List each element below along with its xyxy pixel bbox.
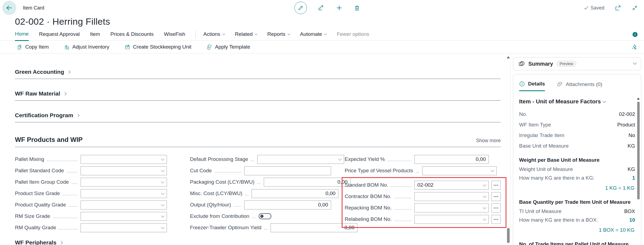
fact-row-kg-per-kg: How many KG are there in a KG: 1	[519, 175, 635, 181]
scrollbar-thumb[interactable]	[637, 102, 640, 199]
chevron-down-icon	[161, 191, 164, 195]
tab-home[interactable]: Home	[15, 31, 29, 41]
summary-card[interactable]: Summary Preview	[513, 57, 641, 70]
delete-button[interactable]	[354, 5, 360, 11]
chevron-down-icon	[161, 157, 164, 161]
output-qty-hour-input[interactable]: 0,00	[244, 201, 331, 209]
field-label: RM Quality Grade	[15, 225, 56, 231]
page-title: 02-002 · Herring Fillets	[15, 16, 110, 27]
pallet-standard-code-select[interactable]	[81, 166, 167, 175]
cut-code-input[interactable]	[244, 166, 331, 175]
field-label: Exclude from Contribution	[190, 213, 249, 219]
fewer-options-link[interactable]: Fewer options	[337, 31, 369, 40]
copy-icon	[17, 44, 23, 50]
exclude-from-contribution-toggle[interactable]	[259, 213, 271, 219]
tab-request-approval[interactable]: Request Approval	[39, 31, 80, 40]
window-controls: Saved	[583, 5, 638, 11]
tab-prices-discounts[interactable]: Prices & Discounts	[110, 31, 154, 40]
field-label: Expected Yield %	[345, 156, 385, 162]
relabeling-bom-no-assist-button[interactable]: ...	[491, 215, 501, 224]
field-repacking-bom-no: Repacking BOM No. ...	[345, 202, 501, 214]
repacking-bom-no-select[interactable]	[414, 203, 489, 212]
copilot-icon	[518, 60, 525, 67]
rm-size-grade-select[interactable]	[81, 212, 167, 221]
menu-automate[interactable]: Automate	[300, 31, 326, 40]
title-row: 02-002 · Herring Fillets	[0, 16, 644, 28]
menu-automate-label: Automate	[300, 31, 322, 37]
back-button[interactable]	[2, 1, 16, 15]
share-button[interactable]	[318, 4, 325, 11]
relabeling-bom-no-select[interactable]	[414, 215, 489, 224]
chevron-down-icon	[161, 203, 164, 206]
wf-products-wip-title: WF Products and WIP	[15, 136, 83, 144]
pallet-mixing-select[interactable]	[81, 155, 167, 164]
trash-icon	[354, 5, 360, 11]
page-caption: Item Card	[23, 5, 44, 11]
scroll-up-arrow[interactable]	[637, 98, 640, 100]
section-certification-program-title: Certification Program	[15, 112, 73, 119]
product-size-grade-select[interactable]	[81, 189, 167, 198]
misc-cost-input[interactable]: 0,00	[252, 189, 338, 198]
pallet-item-group-code-select[interactable]	[81, 178, 167, 187]
field-label: Output (Qty/Hour)	[190, 202, 231, 208]
section-wf-raw-material[interactable]: WF Raw Material	[15, 90, 501, 101]
open-in-new-window-button[interactable]	[615, 5, 621, 11]
section-green-accounting[interactable]: Green Accounting	[15, 69, 501, 79]
fact-group-trade-item-title: Base Quantity per Trade Item Unit of Mea…	[519, 199, 635, 205]
product-quality-grade-select[interactable]	[81, 201, 167, 209]
main-scrollbar[interactable]	[506, 53, 510, 244]
menu-actions-label: Actions	[203, 31, 220, 37]
standard-bom-no-assist-button[interactable]: ...	[491, 181, 501, 190]
default-processing-stage-select[interactable]	[257, 155, 344, 164]
create-stockkeeping-unit-button[interactable]: Create Stockkeeping Unit	[125, 44, 191, 50]
chevron-down-icon	[222, 33, 225, 35]
menu-actions[interactable]: Actions	[203, 31, 224, 40]
section-wf-peripherals[interactable]: WF Peripherals	[15, 239, 501, 245]
form-column-3: Expected Yield % 0,00 Price Type of Vess…	[345, 154, 501, 233]
scrollbar-thumb[interactable]	[507, 228, 510, 243]
tab-details[interactable]: Details	[519, 81, 545, 91]
collapse-view-button[interactable]	[632, 5, 638, 11]
select-value: 02-002	[417, 182, 433, 188]
dotted-leader	[67, 169, 77, 173]
repacking-bom-no-assist-button[interactable]: ...	[491, 203, 501, 212]
adjust-inventory-button[interactable]: Adjust Inventory	[64, 44, 109, 50]
standard-bom-no-select[interactable]: 02-002	[414, 181, 489, 190]
edit-button[interactable]	[294, 2, 307, 14]
rm-quality-grade-select[interactable]	[81, 223, 167, 232]
stockkeeping-icon	[125, 44, 130, 50]
plus-icon	[336, 4, 343, 11]
section-wf-products-and-wip: WF Products and WIP Show more	[15, 136, 501, 147]
dotted-leader	[214, 169, 241, 173]
copy-item-button[interactable]: Copy Item	[17, 44, 49, 50]
details-card: Details Attachments (0) Item - Unit of M…	[513, 74, 641, 245]
section-certification-program[interactable]: Certification Program	[15, 112, 501, 122]
field-label: Pallet Item Group Code	[15, 179, 69, 185]
field-label: Misc. Cost (LCY/BWU)	[190, 190, 242, 196]
menu-related[interactable]: Related	[235, 31, 257, 40]
help-info-button[interactable]	[632, 31, 638, 40]
chevron-right-icon	[76, 114, 80, 117]
unpin-actionbar-button[interactable]	[631, 44, 637, 50]
summary-expand-button[interactable]	[633, 61, 636, 66]
new-button[interactable]	[336, 4, 343, 11]
dotted-leader	[251, 158, 254, 161]
scroll-up-arrow[interactable]	[507, 56, 510, 58]
back-arrow-icon	[6, 4, 13, 11]
contractor-bom-no-select[interactable]	[414, 192, 489, 201]
price-type-of-vessel-products-select[interactable]	[422, 166, 497, 175]
card-content: Green Accounting WF Raw Material Certifi…	[0, 53, 506, 244]
tab-item[interactable]: Item	[90, 31, 100, 40]
contractor-bom-no-assist-button[interactable]: ...	[491, 192, 501, 201]
tab-attachments[interactable]: Attachments (0)	[557, 81, 602, 91]
apply-template-button[interactable]: Apply Template	[207, 44, 250, 50]
factbox-heading[interactable]: Item - Unit of Measure Factors	[519, 98, 635, 105]
preview-badge: Preview	[556, 61, 576, 67]
tab-wisefish[interactable]: WiseFish	[164, 31, 185, 40]
factbox-scrollbar[interactable]	[637, 98, 640, 199]
menu-reports[interactable]: Reports	[267, 31, 290, 40]
packaging-cost-input[interactable]: 0,00	[264, 178, 351, 187]
section-wf-raw-material-title: WF Raw Material	[15, 90, 60, 97]
expected-yield-input[interactable]: 0,00	[414, 155, 489, 164]
show-more-link[interactable]: Show more	[476, 138, 501, 144]
